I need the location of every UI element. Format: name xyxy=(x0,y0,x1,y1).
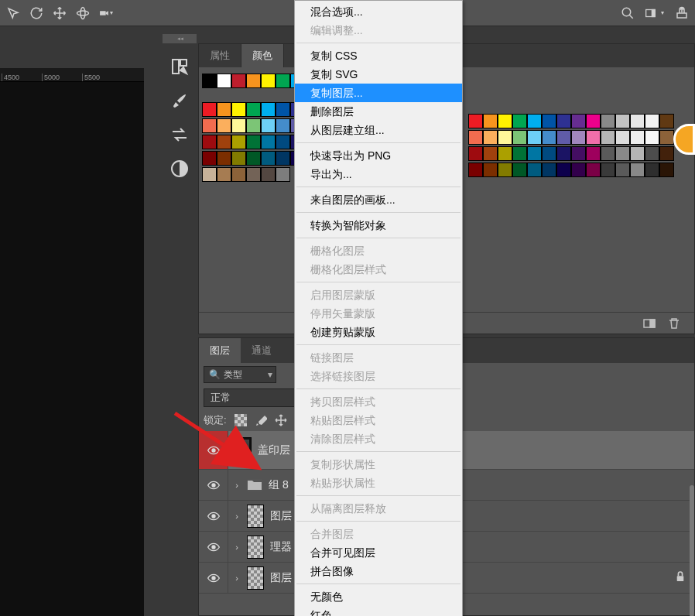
swatch[interactable] xyxy=(498,146,512,161)
swatch[interactable] xyxy=(571,163,586,177)
swatch[interactable] xyxy=(261,151,276,166)
swatch[interactable] xyxy=(615,163,630,177)
swatch[interactable] xyxy=(542,114,556,128)
swatch[interactable] xyxy=(276,102,290,117)
swatch[interactable] xyxy=(586,114,601,128)
swatch[interactable] xyxy=(645,130,659,145)
swatch[interactable] xyxy=(202,151,217,166)
swatch[interactable] xyxy=(527,114,542,128)
swatch[interactable] xyxy=(542,163,556,177)
visibility-toggle[interactable] xyxy=(199,532,228,562)
swatch[interactable] xyxy=(601,146,615,161)
menu-item[interactable]: 来自图层的画板... xyxy=(295,190,462,209)
swatch[interactable] xyxy=(276,167,290,182)
brush-icon[interactable] xyxy=(170,91,189,110)
swatch[interactable] xyxy=(246,151,261,166)
swatch[interactable] xyxy=(202,118,217,133)
swatch[interactable] xyxy=(231,118,246,133)
swatch[interactable] xyxy=(630,114,645,128)
swatch[interactable] xyxy=(217,151,231,166)
swatch[interactable] xyxy=(630,146,645,161)
swatch[interactable] xyxy=(512,114,527,128)
menu-item[interactable]: 合并可见图层 xyxy=(295,543,462,562)
blend-mode-dropdown[interactable]: 正常 xyxy=(204,388,296,407)
scrollbar[interactable] xyxy=(690,485,694,615)
swatch[interactable] xyxy=(483,114,498,128)
swatch[interactable] xyxy=(468,146,483,161)
swatch[interactable] xyxy=(276,135,290,149)
swatch[interactable] xyxy=(630,130,645,145)
dock-icon[interactable] xyxy=(643,317,656,330)
swatch[interactable] xyxy=(542,130,556,145)
swatch[interactable] xyxy=(246,167,261,182)
visibility-toggle[interactable] xyxy=(199,501,228,531)
swatch[interactable] xyxy=(586,146,601,161)
menu-item[interactable]: 从图层建立组... xyxy=(295,121,462,139)
adjustments-icon[interactable] xyxy=(170,159,189,178)
swatch[interactable] xyxy=(659,163,674,177)
menu-item[interactable]: 无颜色 xyxy=(295,587,462,606)
orbit-3d-icon[interactable] xyxy=(76,6,90,20)
menu-item[interactable]: 快速导出为 PNG xyxy=(295,146,462,165)
swatch[interactable] xyxy=(571,146,586,161)
swatch[interactable] xyxy=(615,130,630,145)
swatch[interactable] xyxy=(217,102,231,117)
swap-icon[interactable] xyxy=(170,125,189,144)
swatch[interactable] xyxy=(276,118,290,133)
menu-item[interactable]: 复制 SVG xyxy=(295,65,462,84)
menu-item[interactable]: 红色 xyxy=(295,606,462,616)
swatch[interactable] xyxy=(615,114,630,128)
swatch[interactable] xyxy=(659,130,674,145)
menu-item[interactable]: 复制图层... xyxy=(295,84,462,102)
trash-icon[interactable] xyxy=(668,317,680,330)
expand-icon[interactable]: › xyxy=(233,512,241,521)
swatch[interactable] xyxy=(261,167,276,182)
swatch[interactable] xyxy=(527,163,542,177)
lock-move-icon[interactable] xyxy=(275,414,287,426)
swatch[interactable] xyxy=(231,102,246,117)
swatch[interactable] xyxy=(202,102,217,117)
swatch[interactable] xyxy=(246,135,261,149)
menu-item[interactable]: 导出为... xyxy=(295,165,462,183)
expand-icon[interactable]: › xyxy=(233,481,241,490)
swatch[interactable] xyxy=(483,163,498,177)
swatch[interactable] xyxy=(202,74,217,88)
history-icon[interactable] xyxy=(170,57,189,76)
layer-filter-dropdown[interactable]: 🔍类型 xyxy=(204,366,276,383)
swatch[interactable] xyxy=(615,146,630,161)
swatch[interactable] xyxy=(217,74,231,88)
workspace-switch-icon[interactable]: ▾ xyxy=(644,6,666,20)
camera-icon[interactable]: ▾ xyxy=(99,6,113,20)
swatch[interactable] xyxy=(571,114,586,128)
search-icon[interactable] xyxy=(621,6,635,20)
swatch[interactable] xyxy=(512,146,527,161)
menu-item[interactable]: 复制 CSS xyxy=(295,46,462,65)
swatch[interactable] xyxy=(231,135,246,149)
swatch[interactable] xyxy=(246,118,261,133)
swatch[interactable] xyxy=(556,163,571,177)
swatch[interactable] xyxy=(601,163,615,177)
swatch[interactable] xyxy=(468,114,483,128)
swatch[interactable] xyxy=(231,167,246,182)
swatch[interactable] xyxy=(512,163,527,177)
swatch[interactable] xyxy=(217,167,231,182)
menu-item[interactable]: 转换为智能对象 xyxy=(295,216,462,234)
tab-color[interactable]: 颜色 xyxy=(241,44,284,67)
swatch[interactable] xyxy=(231,74,246,88)
swatch[interactable] xyxy=(261,102,276,117)
swatch[interactable] xyxy=(261,118,276,133)
menu-item[interactable]: 混合选项... xyxy=(295,2,462,21)
swatch[interactable] xyxy=(498,130,512,145)
swatch[interactable] xyxy=(659,146,674,161)
visibility-toggle[interactable] xyxy=(199,431,228,469)
cursor-icon[interactable] xyxy=(6,6,20,20)
swatch[interactable] xyxy=(276,74,290,88)
swatch[interactable] xyxy=(202,167,217,182)
swatch[interactable] xyxy=(542,146,556,161)
swatch[interactable] xyxy=(601,130,615,145)
swatch[interactable] xyxy=(468,163,483,177)
swatch[interactable] xyxy=(246,74,261,88)
swatch[interactable] xyxy=(246,102,261,117)
swatch[interactable] xyxy=(571,130,586,145)
lock-brush-icon[interactable] xyxy=(255,414,267,426)
